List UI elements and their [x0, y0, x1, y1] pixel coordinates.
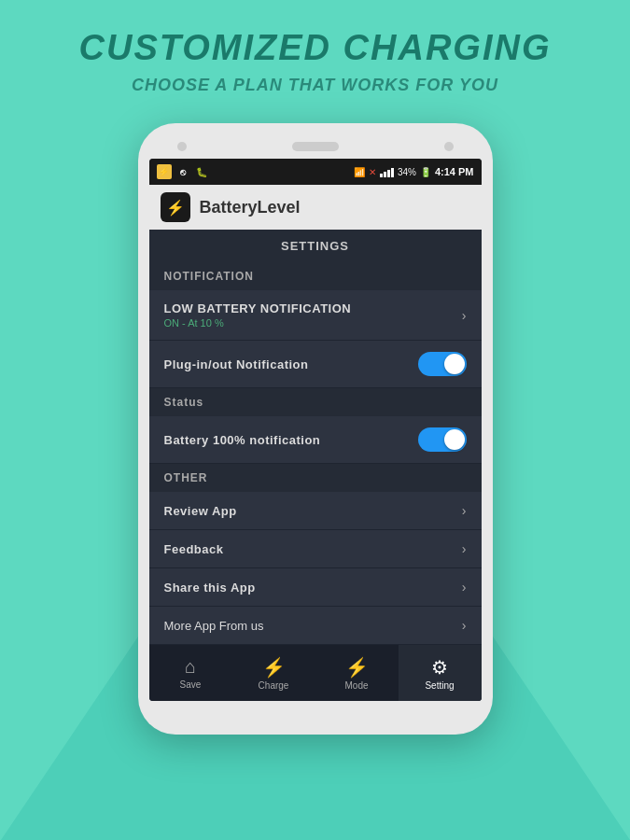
charge-icon: ⚡: [262, 656, 286, 679]
bottom-nav: ⌂ Save ⚡ Charge ⚡ Mode ⚙ Setting: [149, 645, 482, 701]
review-chevron: ›: [462, 503, 467, 518]
wifi-icon: 📶: [354, 167, 365, 177]
nav-setting[interactable]: ⚙ Setting: [399, 645, 482, 701]
nav-save[interactable]: ⌂ Save: [149, 645, 232, 701]
phone-wrapper: ⚡ ⎋ 🐛 📶 ✕ 34% 🔋 4:14 PM: [0, 123, 630, 735]
time-display: 4:14 PM: [435, 166, 474, 177]
other-section-header: OTHER: [149, 464, 482, 492]
bar4: [391, 168, 394, 177]
battery100-row[interactable]: Battery 100% notification ON: [149, 416, 482, 464]
header-subtitle: CHOOSE A PLAN THAT WORKS FOR YOU: [0, 76, 630, 95]
charge-label: Charge: [259, 680, 289, 691]
low-battery-subtitle: ON - At 10 %: [164, 317, 462, 329]
plugin-toggle-knob: [444, 354, 465, 374]
more-apps-chevron: ›: [462, 618, 467, 633]
more-apps-row[interactable]: More App From us ›: [149, 607, 482, 645]
battery-percent: 34%: [398, 167, 416, 177]
debug-icon: 🐛: [194, 164, 209, 179]
low-battery-row[interactable]: LOW BATTERY NOTIFICATION ON - At 10 % ›: [149, 290, 482, 341]
app-header: ⚡ BatteryLevel: [149, 185, 482, 230]
share-chevron: ›: [462, 580, 467, 595]
notification-section-header: NOTIFICATION: [149, 262, 482, 290]
setting-label: Setting: [425, 680, 454, 691]
nav-charge[interactable]: ⚡ Charge: [232, 645, 315, 701]
phone-top-bar: [149, 142, 482, 151]
mode-icon: ⚡: [345, 656, 369, 679]
signal-bars: [380, 166, 394, 177]
phone-bottom-bar: [149, 701, 482, 716]
share-app-row[interactable]: Share this App ›: [149, 568, 482, 607]
status-section-header: Status: [149, 388, 482, 416]
settings-content: SETTINGS NOTIFICATION LOW BATTERY NOTIFI…: [149, 230, 482, 701]
more-apps-title: More App From us: [164, 619, 264, 633]
battery100-toggle-knob: [444, 429, 465, 450]
low-battery-content: LOW BATTERY NOTIFICATION ON - At 10 %: [164, 301, 462, 329]
battery100-toggle[interactable]: ON: [418, 427, 467, 452]
bar2: [384, 172, 386, 177]
phone-camera-right: [444, 142, 454, 151]
phone: ⚡ ⎋ 🐛 📶 ✕ 34% 🔋 4:14 PM: [138, 123, 493, 735]
low-battery-title: LOW BATTERY NOTIFICATION: [164, 301, 462, 315]
usb-icon: ⎋: [175, 164, 190, 179]
plugin-row[interactable]: Plug-in/out Notification ON: [149, 341, 482, 388]
battery-charging-icon: 🔋: [420, 167, 431, 177]
bar3: [387, 170, 390, 177]
bar1: [380, 174, 383, 177]
signal-x-icon: ✕: [369, 167, 376, 177]
feedback-title: Feedback: [164, 542, 224, 556]
save-icon: ⌂: [185, 656, 196, 678]
share-app-title: Share this App: [164, 581, 256, 595]
settings-main-header: SETTINGS: [149, 230, 482, 262]
app-icon: ⚡: [161, 192, 190, 222]
review-app-row[interactable]: Review App ›: [149, 492, 482, 530]
header-title: CUSTOMIZED CHARGING: [0, 28, 630, 68]
battery100-content: Battery 100% notification: [164, 433, 418, 447]
setting-icon: ⚙: [431, 656, 448, 679]
mode-label: Mode: [344, 680, 368, 691]
plugin-title: Plug-in/out Notification: [164, 357, 418, 371]
feedback-chevron: ›: [462, 541, 467, 556]
status-bar: ⚡ ⎋ 🐛 📶 ✕ 34% 🔋 4:14 PM: [149, 159, 482, 185]
bolt-icon: ⚡: [166, 199, 185, 217]
nav-mode[interactable]: ⚡ Mode: [315, 645, 399, 701]
app-title: BatteryLevel: [200, 198, 301, 217]
plugin-toggle[interactable]: ON: [418, 352, 467, 376]
battery-icon: ⚡: [157, 164, 172, 179]
screen: ⚡ ⎋ 🐛 📶 ✕ 34% 🔋 4:14 PM: [149, 159, 482, 701]
battery100-title: Battery 100% notification: [164, 433, 418, 447]
status-left: ⚡ ⎋ 🐛: [157, 164, 209, 179]
phone-speaker: [292, 142, 339, 151]
low-battery-chevron: ›: [462, 308, 467, 323]
status-right: 📶 ✕ 34% 🔋 4:14 PM: [354, 166, 474, 177]
review-app-title: Review App: [164, 504, 237, 518]
phone-camera: [177, 142, 187, 151]
header: CUSTOMIZED CHARGING CHOOSE A PLAN THAT W…: [0, 0, 630, 95]
feedback-row[interactable]: Feedback ›: [149, 530, 482, 568]
save-label: Save: [180, 679, 202, 690]
plugin-content: Plug-in/out Notification: [164, 357, 418, 371]
